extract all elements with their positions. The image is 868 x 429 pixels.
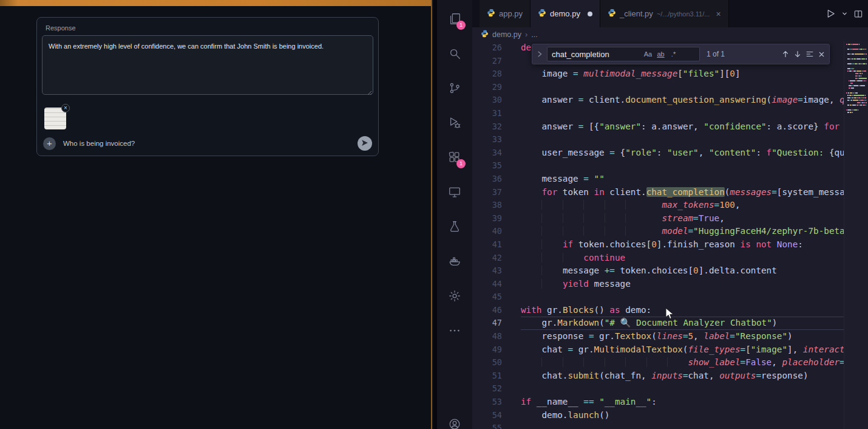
- line-number: 53: [472, 396, 521, 409]
- chevron-down-icon[interactable]: [841, 10, 848, 17]
- code-line-50[interactable]: 50 show_label=False, placeholder="Who is…: [472, 356, 844, 369]
- activity-gear-button[interactable]: [437, 280, 472, 314]
- code-line-37[interactable]: 37 for token in client.chat_completion(m…: [472, 186, 844, 199]
- code-line-55[interactable]: 55: [472, 422, 844, 429]
- code-line-46[interactable]: 46with gr.Blocks() as demo:: [472, 304, 844, 317]
- find-input[interactable]: [552, 50, 642, 59]
- line-number: 36: [472, 173, 521, 186]
- code-line-51[interactable]: 51 chat.submit(chat_fn, inputs=chat, out…: [472, 369, 844, 383]
- line-number: 50: [472, 356, 521, 369]
- activity-badge: 1: [456, 21, 466, 30]
- code-line-45[interactable]: 45: [472, 290, 844, 304]
- window-titlebar: [0, 0, 431, 6]
- tab-app.py[interactable]: app.py: [480, 0, 531, 27]
- line-number: 33: [472, 133, 521, 146]
- close-icon[interactable]: ×: [716, 9, 721, 19]
- tab-_client.py[interactable]: _client.py~/.../python3.11/...×: [600, 0, 729, 27]
- code-line-54[interactable]: 54 demo.launch(): [472, 409, 844, 422]
- match-case-toggle[interactable]: Aa: [642, 48, 654, 60]
- code-line-41[interactable]: 41 if token.choices[0].finish_reason is …: [472, 238, 844, 252]
- code-line-34[interactable]: 34 user_message = {"role": "user", "cont…: [472, 146, 844, 160]
- remove-attachment-button[interactable]: ×: [61, 104, 70, 112]
- find-results-count: 1 of 1: [707, 50, 725, 58]
- add-file-button[interactable]: +: [43, 137, 56, 150]
- code-editor[interactable]: 26def chat_fn(multimodal_message):2728 i…: [472, 41, 844, 429]
- chat-input-text[interactable]: Who is being invoiced?: [63, 140, 350, 147]
- split-editor-button[interactable]: [853, 9, 863, 19]
- line-number: 27: [472, 55, 521, 68]
- vscode-window: 11 app.pydemo.py_client.py~/.../python3.…: [437, 0, 868, 429]
- line-number: 48: [472, 330, 521, 343]
- code-line-42[interactable]: 42 continue: [472, 252, 844, 265]
- response-textarea[interactable]: With an extremely high level of confiden…: [42, 35, 373, 95]
- activity-search-button[interactable]: [437, 37, 472, 72]
- next-match-button[interactable]: [793, 50, 802, 58]
- editor-actions: [823, 0, 866, 27]
- activity-extensions-button[interactable]: 1: [437, 141, 472, 176]
- line-number: 30: [472, 94, 521, 107]
- activity-docker-button[interactable]: [437, 245, 472, 280]
- code-line-49[interactable]: 49 chat = gr.MultimodalTextbox(file_type…: [472, 343, 844, 357]
- code-line-28[interactable]: 28 image = multimodal_message["files"][0…: [472, 67, 844, 81]
- code-line-31[interactable]: 31: [472, 107, 844, 120]
- regex-toggle[interactable]: .*: [667, 48, 680, 60]
- code-line-29[interactable]: 29: [472, 81, 844, 94]
- activity-run-debug-button[interactable]: [437, 106, 472, 141]
- line-number: 45: [472, 290, 521, 304]
- activity-files-button[interactable]: 1: [437, 2, 472, 37]
- line-number: 47: [472, 317, 521, 330]
- modified-dot-icon[interactable]: [588, 12, 592, 16]
- activity-bar: 11: [437, 0, 472, 429]
- code-line-35[interactable]: 35: [472, 159, 844, 173]
- line-number: 32: [472, 120, 521, 134]
- python-file-icon: [538, 9, 546, 19]
- activity-account[interactable]: [437, 416, 472, 429]
- code-line-33[interactable]: 33: [472, 133, 844, 146]
- account-icon: [448, 417, 461, 429]
- toggle-replace-icon[interactable]: [536, 50, 543, 58]
- line-number: 26: [472, 41, 521, 55]
- code-line-40[interactable]: 40 model="HuggingFaceH4/zephyr-7b-beta"): [472, 225, 844, 238]
- code-line-38[interactable]: 38 max_tokens=100,: [472, 199, 844, 212]
- mouse-cursor: [665, 307, 675, 323]
- code-line-52[interactable]: 52: [472, 382, 844, 396]
- attachment-thumbnail[interactable]: ×: [44, 108, 66, 129]
- breadcrumb-more[interactable]: ...: [531, 30, 537, 39]
- code-line-44[interactable]: 44 yield message: [472, 278, 844, 291]
- tab-demo.py[interactable]: demo.py: [531, 0, 600, 27]
- remote-explorer-icon: [448, 185, 461, 201]
- minimap[interactable]: [844, 41, 868, 429]
- run-button[interactable]: [826, 9, 836, 19]
- previous-match-button[interactable]: [781, 50, 790, 58]
- activity-more-button[interactable]: [437, 314, 472, 349]
- code-line-36[interactable]: 36 message = "": [472, 173, 844, 186]
- breadcrumb-file[interactable]: demo.py: [492, 30, 521, 39]
- activity-source-control-button[interactable]: [437, 72, 472, 106]
- tab-bar-tabs: app.pydemo.py_client.py~/.../python3.11/…: [480, 0, 729, 27]
- code-line-47[interactable]: 47 gr.Markdown("# 🔍 Document Analyzer Ch…: [472, 317, 844, 330]
- python-file-icon: [487, 9, 495, 19]
- code-line-53[interactable]: 53if __name__ == "__main__":: [472, 396, 844, 409]
- code-line-32[interactable]: 32 answer = [{"answer": a.answer, "confi…: [472, 120, 844, 134]
- find-in-selection-button[interactable]: [805, 50, 814, 58]
- code-line-43[interactable]: 43 message += token.choices[0].delta.con…: [472, 264, 844, 278]
- line-number: 37: [472, 186, 521, 199]
- tab-bar-lead: [472, 0, 480, 27]
- app-group-box: Response With an extremely high level of…: [36, 17, 379, 156]
- activity-remote-explorer-button[interactable]: [437, 176, 472, 210]
- gradio-app-panel: Response With an extremely high level of…: [0, 0, 432, 429]
- python-file-icon: [608, 9, 616, 19]
- code-line-30[interactable]: 30 answer = client.document_question_ans…: [472, 94, 844, 107]
- find-input-box: Aa ab .*: [547, 47, 700, 61]
- send-button[interactable]: [358, 136, 372, 151]
- tab-label: _client.py: [620, 9, 653, 18]
- line-number: 52: [472, 382, 521, 396]
- code-line-48[interactable]: 48 response = gr.Textbox(lines=5, label=…: [472, 330, 844, 343]
- whole-word-toggle[interactable]: ab: [654, 48, 667, 60]
- close-find-button[interactable]: [818, 50, 826, 58]
- activity-testing-button[interactable]: [437, 210, 472, 245]
- code-line-39[interactable]: 39 stream=True,: [472, 212, 844, 225]
- line-number: 38: [472, 199, 521, 212]
- tab-label: app.py: [499, 9, 523, 18]
- run-debug-icon: [448, 116, 461, 132]
